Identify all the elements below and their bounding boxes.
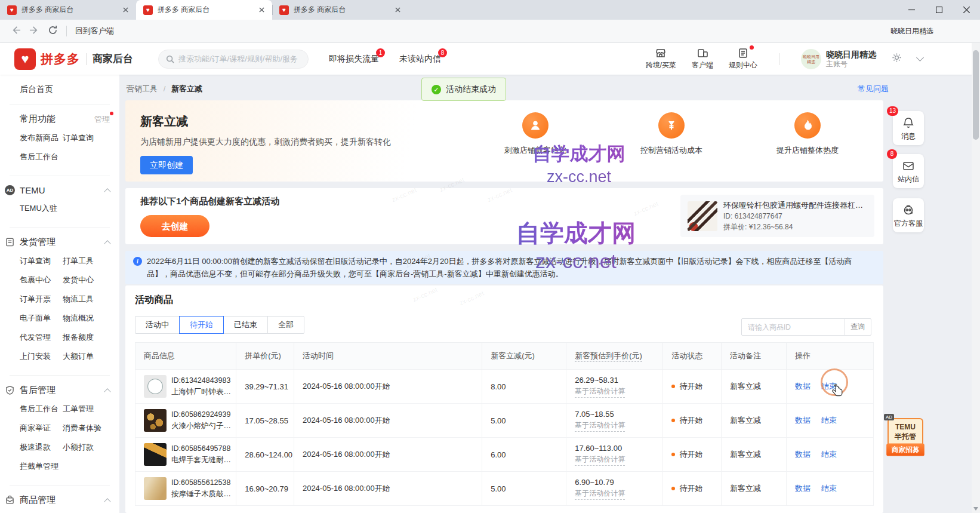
- reload-icon[interactable]: [48, 25, 58, 38]
- client-app-label: 客户端: [692, 60, 713, 70]
- pinduoduo-favicon-icon: ♥: [143, 5, 153, 15]
- sidebar-item[interactable]: 订单查询: [20, 251, 63, 271]
- document-icon: [5, 237, 15, 247]
- feature-label: 刺激店铺新客转化: [504, 145, 566, 156]
- section-title: TEMU: [20, 185, 45, 195]
- settings-gear-icon[interactable]: [892, 53, 902, 65]
- tab-all[interactable]: 全部: [267, 316, 304, 334]
- product-id-search[interactable]: 查询: [741, 318, 871, 336]
- product-id: ID:613424843983: [171, 375, 236, 386]
- sidebar-section-aftersale[interactable]: 售后管理: [0, 376, 119, 400]
- account-chevron-down-icon[interactable]: [916, 54, 924, 62]
- tab-active-now[interactable]: 活动中: [135, 316, 180, 334]
- tab-close-icon[interactable]: [257, 5, 266, 15]
- temu-ad-line2: 半托管: [889, 432, 922, 441]
- sidebar-item[interactable]: 打单工具: [63, 251, 119, 271]
- browser-tab-3[interactable]: ♥ 拼多多 商家后台: [272, 0, 408, 20]
- product-id-input[interactable]: [742, 323, 844, 331]
- breadcrumb-parent[interactable]: 营销工具: [127, 84, 158, 93]
- sidebar-item[interactable]: 发货中心: [63, 271, 119, 290]
- chevron-up-icon[interactable]: [104, 498, 110, 505]
- sidebar-item[interactable]: 发布新商品: [20, 128, 63, 148]
- window-close-button[interactable]: [953, 0, 980, 20]
- sidebar-item[interactable]: 评价管理: [63, 509, 119, 513]
- tab-close-icon[interactable]: [393, 5, 402, 15]
- data-link[interactable]: 数据: [795, 484, 810, 493]
- sidebar-item[interactable]: 代发管理: [20, 328, 63, 347]
- sidebar-item[interactable]: 商家举证: [20, 419, 63, 438]
- sidebar-item[interactable]: 商品列表: [20, 509, 63, 513]
- window-minimize-button[interactable]: [898, 0, 925, 20]
- sidebar-item[interactable]: 物流概况: [63, 309, 119, 328]
- messages-float-button[interactable]: 13 消息: [893, 111, 924, 145]
- activity-time: 2024-05-16 08:00:00开始: [294, 438, 482, 472]
- scrollbar-down-arrow-icon[interactable]: [973, 507, 978, 511]
- chevron-up-icon[interactable]: [104, 188, 110, 195]
- pinduoduo-logo-icon[interactable]: ♥: [14, 48, 36, 70]
- loss-traffic-link[interactable]: 即将损失流量 1: [329, 54, 379, 64]
- unread-mail-link[interactable]: 未读站内信 8: [399, 54, 441, 64]
- tab-close-icon[interactable]: [121, 5, 130, 15]
- rule-center-shortcut[interactable]: 规则中心: [729, 47, 757, 70]
- sidebar-item-home[interactable]: 后台首页: [0, 75, 119, 95]
- temu-ad-banner[interactable]: AD TEMU 半托管 商家招募: [887, 418, 923, 456]
- sidebar-item[interactable]: 消费者体验: [63, 419, 119, 438]
- chevron-up-icon[interactable]: [104, 388, 110, 395]
- manage-link[interactable]: 管理: [94, 114, 110, 125]
- global-search-input[interactable]: [178, 54, 301, 63]
- sidebar-item[interactable]: 售后工作台: [20, 400, 63, 419]
- scrollbar-thumb[interactable]: [973, 50, 979, 140]
- sidebar-item[interactable]: 售后工作台: [20, 148, 63, 167]
- forward-icon[interactable]: [29, 25, 39, 38]
- cross-border-shortcut[interactable]: 跨境/买菜: [646, 47, 676, 70]
- data-link[interactable]: 数据: [795, 416, 810, 425]
- page-scrollbar[interactable]: [972, 43, 980, 513]
- sidebar-section-temu[interactable]: AD TEMU: [0, 176, 119, 199]
- data-link[interactable]: 数据: [795, 450, 810, 459]
- sidebar-item[interactable]: 电子面单: [20, 309, 63, 328]
- faq-link[interactable]: 常见问题: [858, 84, 889, 94]
- sidebar-item[interactable]: 小额打款: [63, 438, 119, 457]
- product-name: 按摩锤子木质敲背捶敲打经...: [171, 489, 236, 500]
- end-link[interactable]: 结束: [821, 484, 837, 493]
- query-button[interactable]: 查询: [844, 319, 871, 335]
- sidebar-item[interactable]: 报备额度: [63, 328, 119, 347]
- inbox-float-button[interactable]: 8 站内信: [893, 154, 924, 188]
- back-to-client-link[interactable]: 回到客户端: [75, 26, 114, 36]
- sidebar-section-shipping[interactable]: 发货管理: [0, 228, 119, 251]
- sidebar-item[interactable]: 上门安装: [20, 347, 63, 366]
- create-now-button[interactable]: 立即创建: [140, 156, 193, 174]
- account-area[interactable]: 晓晓日用 精选 晓晓日用精选 主账号: [801, 49, 876, 69]
- sidebar-item[interactable]: 物流工具: [63, 290, 119, 309]
- sidebar-item[interactable]: 工单管理: [63, 400, 119, 419]
- sidebar-item[interactable]: TEMU入驻: [20, 199, 63, 218]
- sidebar-item[interactable]: 包裹中心: [20, 271, 63, 290]
- go-create-button[interactable]: 去创建: [140, 215, 209, 237]
- group-price: 39.29~71.31: [236, 370, 294, 404]
- sidebar-item[interactable]: 订单开票: [20, 290, 63, 309]
- unread-mail-label: 未读站内信: [399, 54, 441, 63]
- end-link[interactable]: 结束: [821, 450, 837, 459]
- sidebar-item[interactable]: 极速退款: [20, 438, 63, 457]
- chevron-up-icon[interactable]: [104, 240, 110, 247]
- tab-pending-start[interactable]: 待开始: [179, 316, 224, 334]
- sidebar-section-goods[interactable]: 商品管理: [0, 486, 119, 509]
- toast-text: 活动结束成功: [446, 84, 496, 95]
- client-app-shortcut[interactable]: 客户端: [692, 47, 713, 70]
- global-search[interactable]: [158, 50, 309, 69]
- sidebar-item[interactable]: 大额订单: [63, 347, 119, 366]
- product-name: 上海钟厂时钟表客厅卧室家...: [171, 386, 236, 398]
- browser-tab-2-active[interactable]: ♥ 拼多多 商家后台: [136, 0, 272, 20]
- tab-ended[interactable]: 已结束: [223, 316, 268, 334]
- official-service-float-button[interactable]: 官方客服: [893, 198, 924, 232]
- sidebar-item[interactable]: 拦截单管理: [20, 457, 63, 476]
- window-maximize-button[interactable]: [925, 0, 953, 20]
- sidebar-item[interactable]: 订单查询: [63, 128, 119, 148]
- end-link[interactable]: 结束: [821, 416, 837, 425]
- browser-tab-1[interactable]: ♥ 拼多多 商家后台: [0, 0, 136, 20]
- messages-badge: 13: [887, 106, 898, 116]
- recommended-product-card[interactable]: 环保哑铃杆包胶通用螺母配件连接器杠铃家用... ID: 613424877647…: [680, 195, 874, 237]
- main-content: 营销工具 / 新客立减 常见问题 ✓ 活动结束成功 新客立减 为店铺新用户提供更…: [119, 75, 980, 513]
- data-link[interactable]: 数据: [795, 382, 810, 391]
- back-icon[interactable]: [11, 25, 21, 38]
